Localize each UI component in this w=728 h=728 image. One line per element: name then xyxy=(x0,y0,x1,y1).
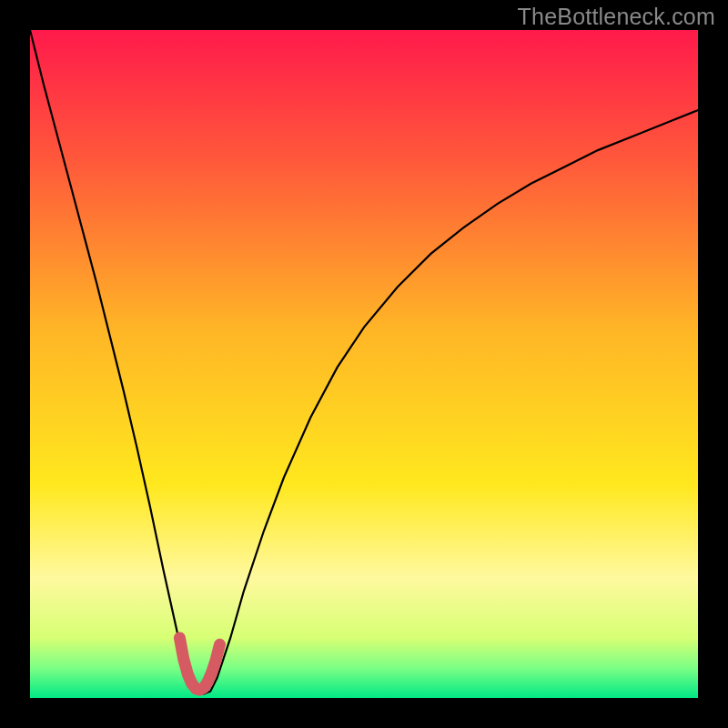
chart-background xyxy=(30,30,698,698)
watermark-text: TheBottleneck.com xyxy=(518,4,715,30)
bottleneck-chart xyxy=(30,30,698,698)
chart-frame: TheBottleneck.com xyxy=(0,0,728,728)
